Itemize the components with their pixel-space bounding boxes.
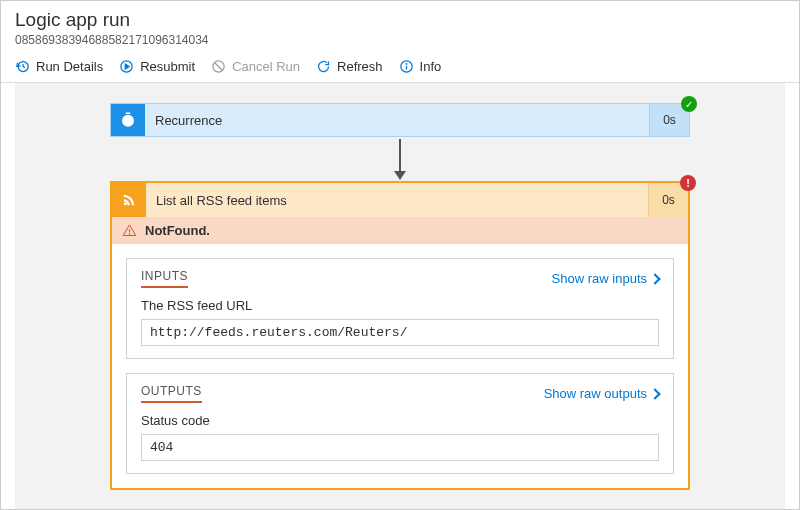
status-code-value: 404 xyxy=(141,434,659,461)
raw-outputs-text: Show raw outputs xyxy=(544,386,647,401)
chevron-right-icon xyxy=(649,273,660,284)
history-icon xyxy=(15,59,30,74)
rss-url-label: The RSS feed URL xyxy=(141,298,659,313)
rss-step[interactable]: ! List all RSS feed items 0s NotFound. I… xyxy=(110,181,690,490)
show-raw-outputs-link[interactable]: Show raw outputs xyxy=(544,386,659,401)
raw-inputs-text: Show raw inputs xyxy=(552,271,647,286)
show-raw-inputs-link[interactable]: Show raw inputs xyxy=(552,271,659,286)
run-details-button[interactable]: Run Details xyxy=(15,59,103,74)
outputs-section: OUTPUTS Show raw outputs Status code 404 xyxy=(126,373,674,474)
info-icon xyxy=(399,59,414,74)
error-message-strip: NotFound. xyxy=(112,217,688,244)
recurrence-title: Recurrence xyxy=(145,104,649,136)
error-badge: ! xyxy=(680,175,696,191)
svg-point-4 xyxy=(406,64,407,65)
resubmit-label: Resubmit xyxy=(140,59,195,74)
rss-url-value: http://feeds.reuters.com/Reuters/ xyxy=(141,319,659,346)
svg-point-6 xyxy=(124,202,127,205)
chevron-right-icon xyxy=(649,388,660,399)
resubmit-button[interactable]: Resubmit xyxy=(119,59,195,74)
success-badge: ✓ xyxy=(681,96,697,112)
svg-point-7 xyxy=(129,234,130,235)
outputs-label: OUTPUTS xyxy=(141,384,202,403)
rss-icon xyxy=(112,183,146,217)
page-title: Logic app run xyxy=(15,9,785,31)
run-details-label: Run Details xyxy=(36,59,103,74)
toolbar: Run Details Resubmit Cancel Run Refresh … xyxy=(1,53,799,83)
inputs-section: INPUTS Show raw inputs The RSS feed URL … xyxy=(126,258,674,359)
info-label: Info xyxy=(420,59,442,74)
recurrence-step[interactable]: Recurrence 0s ✓ xyxy=(110,103,690,137)
connector-arrow xyxy=(15,137,785,181)
refresh-button[interactable]: Refresh xyxy=(316,59,383,74)
run-id: 08586938394688582171096314034 xyxy=(15,33,785,47)
refresh-icon xyxy=(316,59,331,74)
inputs-label: INPUTS xyxy=(141,269,188,288)
clock-icon xyxy=(111,104,145,136)
status-code-label: Status code xyxy=(141,413,659,428)
refresh-label: Refresh xyxy=(337,59,383,74)
info-button[interactable]: Info xyxy=(399,59,442,74)
resubmit-icon xyxy=(119,59,134,74)
warning-icon xyxy=(122,223,137,238)
rss-step-title: List all RSS feed items xyxy=(146,183,648,217)
error-text: NotFound. xyxy=(145,223,210,238)
cancel-run-button: Cancel Run xyxy=(211,59,300,74)
designer-canvas: Recurrence 0s ✓ ! List all RSS feed item… xyxy=(15,83,785,510)
cancel-icon xyxy=(211,59,226,74)
cancel-label: Cancel Run xyxy=(232,59,300,74)
